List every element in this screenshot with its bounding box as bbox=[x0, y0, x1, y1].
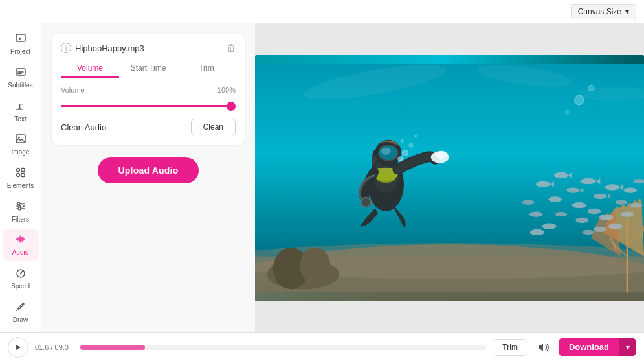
sidebar-item-subtitles[interactable]: Subtitles bbox=[3, 62, 39, 93]
svg-marker-79 bbox=[16, 345, 21, 350]
svg-point-17 bbox=[18, 207, 21, 210]
download-main-button[interactable]: Download bbox=[559, 338, 619, 356]
sidebar-item-text[interactable]: T Text bbox=[3, 95, 39, 126]
sidebar-item-label-image: Image bbox=[12, 148, 30, 156]
sidebar-item-elements[interactable]: Elements bbox=[3, 163, 39, 194]
download-dropdown-button[interactable]: ▾ bbox=[619, 338, 636, 356]
text-icon: T bbox=[15, 100, 27, 113]
volume-slider[interactable] bbox=[61, 105, 236, 107]
svg-point-15 bbox=[17, 202, 20, 205]
volume-label: Volume bbox=[61, 86, 85, 94]
upload-audio-button[interactable]: Upload Audio bbox=[98, 157, 199, 183]
sidebar-item-label-text: Text bbox=[14, 115, 26, 122]
sidebar-item-draw[interactable]: Draw bbox=[3, 296, 39, 327]
sidebar: Project Subtitles T Text bbox=[0, 23, 41, 332]
svg-point-19 bbox=[19, 273, 21, 274]
sidebar-item-speed[interactable]: Speed bbox=[3, 263, 39, 294]
tab-trim[interactable]: Trim bbox=[177, 60, 236, 78]
clean-button[interactable]: Clean bbox=[191, 119, 236, 135]
sidebar-item-label-filters: Filters bbox=[12, 216, 29, 223]
speed-icon bbox=[15, 267, 27, 281]
elements-icon bbox=[15, 167, 27, 180]
download-button-group[interactable]: Download ▾ bbox=[559, 338, 636, 356]
sidebar-item-project[interactable]: Project bbox=[3, 29, 39, 60]
audio-tabs: Volume Start Time Trim bbox=[61, 60, 236, 78]
project-icon bbox=[15, 32, 27, 46]
svg-rect-11 bbox=[21, 174, 25, 177]
audio-icon bbox=[15, 233, 27, 247]
svg-point-16 bbox=[21, 205, 23, 207]
svg-rect-0 bbox=[16, 34, 25, 41]
canvas-size-label: Canvas Size bbox=[578, 7, 621, 16]
tab-volume[interactable]: Volume bbox=[61, 60, 119, 78]
sidebar-item-filters[interactable]: Filters bbox=[3, 196, 39, 227]
canvas-size-button[interactable]: Canvas Size ▾ bbox=[571, 4, 636, 19]
sidebar-item-image[interactable]: Image bbox=[3, 129, 39, 160]
chevron-down-icon: ▾ bbox=[625, 7, 629, 16]
bottom-bar: 01.6 / 09.0 Trim Download ▾ bbox=[0, 332, 644, 361]
sidebar-item-label-speed: Speed bbox=[11, 283, 30, 290]
trim-button[interactable]: Trim bbox=[493, 339, 527, 356]
sidebar-item-label-elements: Elements bbox=[7, 182, 34, 189]
subtitles-icon bbox=[15, 66, 27, 80]
volume-row: Volume 100% bbox=[61, 86, 236, 94]
time-display: 01.6 / 09.0 bbox=[35, 344, 74, 351]
timeline-progress bbox=[80, 345, 145, 350]
play-button[interactable] bbox=[8, 337, 28, 358]
audio-panel: i HiphopHappy.mp3 🗑 Volume Start Time Tr… bbox=[41, 23, 255, 332]
main-layout: Project Subtitles T Text bbox=[0, 23, 644, 332]
svg-point-7 bbox=[18, 137, 20, 139]
audio-filename-row: i HiphopHappy.mp3 bbox=[61, 43, 144, 53]
sidebar-item-audio[interactable]: Audio bbox=[3, 229, 39, 261]
sidebar-item-label-draw: Draw bbox=[13, 316, 28, 323]
image-icon bbox=[15, 133, 27, 146]
canvas-area bbox=[255, 23, 644, 332]
sidebar-item-label-audio: Audio bbox=[12, 249, 29, 256]
volume-icon-button[interactable] bbox=[534, 338, 552, 356]
svg-point-8 bbox=[16, 169, 19, 172]
info-icon: i bbox=[61, 43, 71, 53]
trash-icon[interactable]: 🗑 bbox=[227, 43, 236, 53]
svg-rect-9 bbox=[21, 169, 25, 172]
audio-card-header: i HiphopHappy.mp3 🗑 bbox=[61, 43, 236, 53]
audio-filename-text: HiphopHappy.mp3 bbox=[75, 43, 144, 53]
draw-icon bbox=[15, 301, 27, 314]
sidebar-item-label-subtitles: Subtitles bbox=[8, 82, 32, 89]
clean-audio-row: Clean Audio Clean bbox=[61, 116, 236, 135]
volume-value: 100% bbox=[217, 86, 236, 94]
svg-point-10 bbox=[16, 174, 19, 177]
audio-card: i HiphopHappy.mp3 🗑 Volume Start Time Tr… bbox=[52, 34, 245, 145]
clean-audio-label: Clean Audio bbox=[61, 122, 106, 132]
filters-icon bbox=[15, 200, 27, 214]
svg-rect-78 bbox=[255, 64, 644, 292]
canvas-image bbox=[255, 55, 644, 301]
timeline-track[interactable] bbox=[80, 345, 486, 350]
tab-start-time[interactable]: Start Time bbox=[119, 60, 177, 78]
top-bar: Canvas Size ▾ bbox=[0, 0, 644, 23]
sidebar-item-label-project: Project bbox=[10, 48, 30, 55]
